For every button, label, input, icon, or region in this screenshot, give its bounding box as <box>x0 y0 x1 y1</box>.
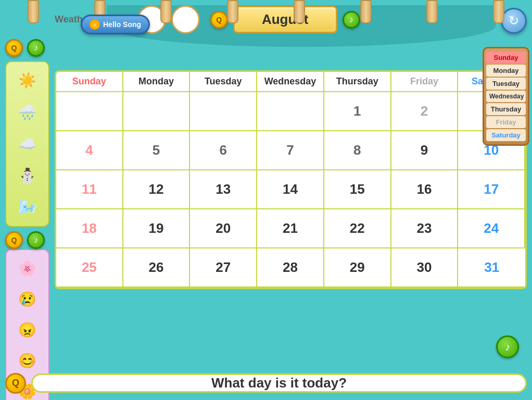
cell-4[interactable]: 4 <box>56 131 123 170</box>
weather-sunny[interactable]: ☀️ <box>12 66 43 95</box>
day-list-wednesday[interactable]: Wednesday <box>486 91 526 102</box>
cell-5[interactable]: 5 <box>123 131 191 170</box>
bottom-buttons: Q ♪ <box>5 231 49 249</box>
hello-song-button[interactable]: ♪ Hello Song <box>81 15 150 34</box>
day-list-friday[interactable]: Friday <box>486 116 526 128</box>
cell-23[interactable]: 23 <box>391 209 459 248</box>
question-button-mid[interactable]: Q <box>5 231 23 249</box>
question-text: What day is it today? <box>211 375 347 391</box>
cell-30[interactable]: 30 <box>391 248 459 288</box>
calendar-header-row: Sunday Monday Tuesday Wednesday Thursday… <box>56 72 525 92</box>
binder-rings <box>0 0 532 16</box>
cell-22[interactable]: 22 <box>324 209 391 248</box>
ring-4 <box>227 0 238 23</box>
ring-7 <box>426 0 438 23</box>
ring-6 <box>360 0 372 23</box>
day-list-thursday[interactable]: Thursday <box>486 103 526 115</box>
cell-27[interactable]: 27 <box>190 248 257 288</box>
header-wednesday: Wednesday <box>257 72 324 92</box>
cell-25[interactable]: 25 <box>56 248 123 288</box>
top-buttons: Q ♪ <box>5 39 49 57</box>
header-thursday: Thursday <box>324 72 391 92</box>
feeling-happy-flower[interactable]: 🌸 <box>12 254 43 283</box>
cell-9[interactable]: 9 <box>391 131 459 170</box>
weather-rainy[interactable]: 🌧️ <box>12 98 43 127</box>
cell-17[interactable]: 17 <box>458 170 525 209</box>
ring-1 <box>28 0 39 23</box>
day-list-sidebar: Sunday Monday Tuesday Wednesday Thursday… <box>483 47 529 146</box>
cell-28[interactable]: 28 <box>257 248 324 288</box>
cell-empty-4 <box>257 92 324 131</box>
left-sidebar: Q ♪ ☀️ 🌧️ ☁️ ⛄ 🌬️ Q ♪ 🌸 😢 😠 😊 🌼 😐 <box>5 39 49 371</box>
ring-5 <box>294 0 305 23</box>
header-tuesday: Tuesday <box>190 72 257 92</box>
cell-15[interactable]: 15 <box>324 170 391 209</box>
calendar-grid: Sunday Monday Tuesday Wednesday Thursday… <box>55 70 527 289</box>
music-note-button-top[interactable]: ♪ <box>27 39 45 57</box>
cell-12[interactable]: 12 <box>123 170 191 209</box>
cell-31[interactable]: 31 <box>458 248 525 288</box>
cell-24[interactable]: 24 <box>458 209 525 248</box>
day-list-sunday[interactable]: Sunday <box>486 52 526 64</box>
header-friday: Friday <box>391 72 459 92</box>
cell-16[interactable]: 16 <box>391 170 459 209</box>
cell-empty-2 <box>123 92 191 131</box>
day-list-saturday[interactable]: Saturday <box>486 129 526 141</box>
cell-19[interactable]: 19 <box>123 209 191 248</box>
cell-7[interactable]: 7 <box>257 131 324 170</box>
cell-20[interactable]: 20 <box>190 209 257 248</box>
music-note-bottom-right[interactable]: ♪ <box>496 335 519 358</box>
cell-21[interactable]: 21 <box>257 209 324 248</box>
weather-cloudy[interactable]: ☁️ <box>12 130 43 158</box>
cell-2[interactable]: 2 <box>391 92 459 131</box>
calendar-area: Weather Feelings Q August ♪ ↻ Sunday Mon… <box>55 5 527 369</box>
cell-empty-3 <box>190 92 257 131</box>
cell-18[interactable]: 18 <box>56 209 123 248</box>
question-button-top[interactable]: Q <box>5 39 23 57</box>
header-sunday: Sunday <box>56 72 123 92</box>
feeling-sad[interactable]: 😢 <box>12 285 43 314</box>
cell-26[interactable]: 26 <box>123 248 191 288</box>
ring-3 <box>160 0 172 23</box>
cell-6[interactable]: 6 <box>190 131 257 170</box>
question-button-bottom[interactable]: Q <box>5 373 26 394</box>
cell-1[interactable]: 1 <box>324 92 391 131</box>
hello-song-label: Hello Song <box>103 20 141 29</box>
music-note-button-mid[interactable]: ♪ <box>27 231 45 249</box>
question-display: What day is it today? <box>31 373 527 393</box>
calendar-body: 1 2 3 4 5 6 7 8 9 10 11 12 13 14 15 16 1… <box>56 92 525 288</box>
cell-13[interactable]: 13 <box>190 170 257 209</box>
day-list-tuesday[interactable]: Tuesday <box>486 78 526 90</box>
day-list: Sunday Monday Tuesday Wednesday Thursday… <box>483 47 529 146</box>
cell-11[interactable]: 11 <box>56 170 123 209</box>
weather-panel: ☀️ 🌧️ ☁️ ⛄ 🌬️ <box>5 61 49 227</box>
hello-song-icon: ♪ <box>90 19 100 30</box>
cell-empty-1 <box>56 92 123 131</box>
day-list-monday[interactable]: Monday <box>486 65 526 77</box>
weather-windy[interactable]: 🌬️ <box>12 193 43 222</box>
cell-29[interactable]: 29 <box>324 248 391 288</box>
cell-14[interactable]: 14 <box>257 170 324 209</box>
cell-8[interactable]: 8 <box>324 131 391 170</box>
feeling-angry[interactable]: 😠 <box>12 316 43 344</box>
header-monday: Monday <box>123 72 191 92</box>
bottom-bar: Q What day is it today? <box>5 369 527 397</box>
weather-snowy[interactable]: ⛄ <box>12 161 43 190</box>
ring-8 <box>493 0 504 23</box>
